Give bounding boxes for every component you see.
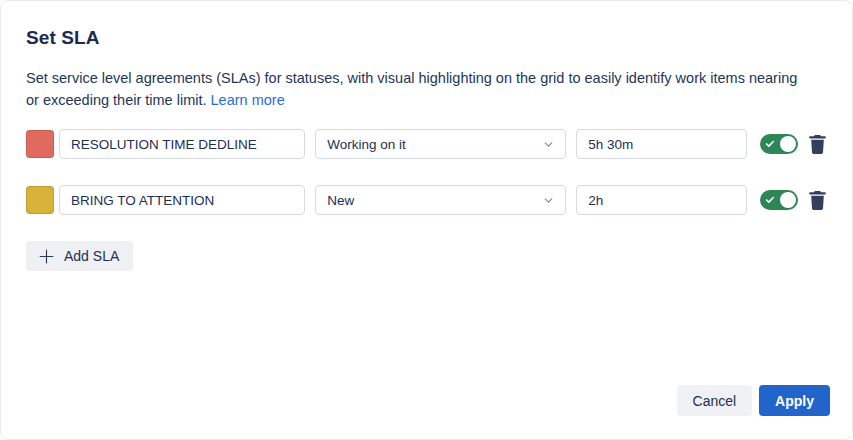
dialog-title: Set SLA [26,27,827,49]
sla-row: New [26,185,827,215]
trash-icon [809,191,826,210]
dialog-footer: Cancel Apply [677,385,830,416]
toggle-knob [780,136,796,152]
sla-duration-input[interactable] [576,129,747,159]
status-select-value: New [327,193,354,208]
sla-duration-input[interactable] [576,185,747,215]
sla-enabled-toggle[interactable] [760,190,798,210]
color-swatch[interactable] [26,130,54,158]
learn-more-link[interactable]: Learn more [211,92,285,108]
status-select-value: Working on it [327,137,406,152]
status-select[interactable]: Working on it [315,129,566,159]
delete-sla-button[interactable] [807,133,827,155]
delete-sla-button[interactable] [807,189,827,211]
color-swatch[interactable] [26,186,54,214]
description-text: Set service level agreements (SLAs) for … [26,70,797,108]
check-icon [765,195,775,205]
dialog-description: Set service level agreements (SLAs) for … [26,67,804,111]
toggle-knob [780,192,796,208]
set-sla-dialog: Set SLA Set service level agreements (SL… [0,0,853,440]
cancel-button[interactable]: Cancel [677,385,753,416]
plus-icon [38,248,55,265]
sla-rows: Working on it New [26,129,827,215]
sla-enabled-toggle[interactable] [760,134,798,154]
sla-name-input[interactable] [59,185,305,215]
sla-name-input[interactable] [59,129,305,159]
add-sla-button[interactable]: Add SLA [26,241,133,271]
apply-button[interactable]: Apply [759,385,830,416]
add-sla-label: Add SLA [64,248,119,264]
status-select[interactable]: New [315,185,566,215]
check-icon [765,139,775,149]
chevron-down-icon [542,138,555,151]
trash-icon [809,135,826,154]
sla-row: Working on it [26,129,827,159]
chevron-down-icon [542,194,555,207]
